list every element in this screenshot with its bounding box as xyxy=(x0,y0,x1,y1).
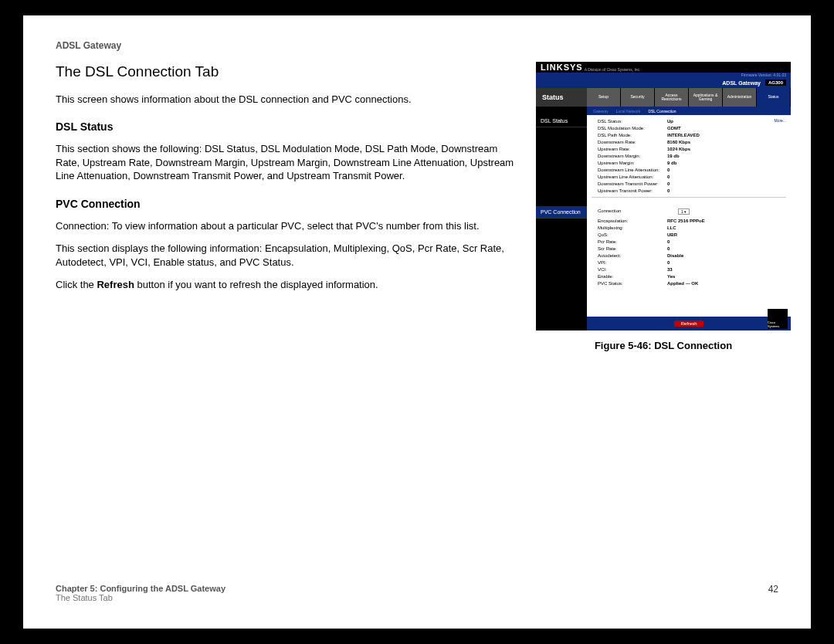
dsl-status-value: 0 xyxy=(667,168,670,172)
pvc-connection-value: UBR xyxy=(667,232,677,237)
pvc-connection-row: QoS:UBR xyxy=(587,232,791,239)
pvc-connection-key: Encapsulation: xyxy=(598,219,667,223)
dsl-status-key: Upstream Rate: xyxy=(598,147,667,151)
refresh-post: button if you want to refresh the displa… xyxy=(134,279,378,290)
device-type: ADSL Gateway xyxy=(722,80,761,86)
pvc-connection-row: Autodetect:Disable xyxy=(587,253,791,259)
pvc-connection-value: Yes xyxy=(667,274,675,279)
dsl-status-row: DSL Modulation Mode:GDMT xyxy=(587,124,791,131)
pvc-connection-value: Disable xyxy=(667,253,683,258)
dsl-status-value: GDMT xyxy=(667,126,681,130)
pvc-connection-key: Multiplexing: xyxy=(598,225,667,230)
pvc-connection-key: Enable: xyxy=(598,274,667,279)
tab-status[interactable]: Status xyxy=(757,88,791,107)
paragraph-pvc-2: This section displays the following info… xyxy=(56,242,515,269)
refresh-pre: Click the xyxy=(56,279,97,290)
tab-administration[interactable]: Administration xyxy=(723,88,757,107)
pvc-connection-key: Autodetect: xyxy=(598,253,667,258)
dsl-status-row: Downstream Margin:19 db xyxy=(587,152,791,159)
pvc-connection-row: Pcr Rate:0 xyxy=(587,239,791,246)
dsl-status-value: 0 xyxy=(667,188,670,193)
model-badge: AG300 xyxy=(765,80,786,86)
dsl-status-value: 8160 Kbps xyxy=(667,140,690,144)
page-title: The DSL Connection Tab xyxy=(56,62,515,82)
pvc-connection-value: 0 xyxy=(667,239,670,244)
main-column: The DSL Connection Tab This screen shows… xyxy=(56,62,515,301)
connection-label: Connection xyxy=(598,208,667,215)
dsl-status-key: Upstream Transmit Power: xyxy=(598,188,667,193)
dsl-status-key: DSL Path Mode: xyxy=(598,133,667,137)
brand-logo: LINKSYS xyxy=(541,63,583,72)
pvc-connection-value: 33 xyxy=(667,267,673,272)
dsl-status-row: DSL Status:Up xyxy=(587,117,791,124)
intro-paragraph: This screen shows information about the … xyxy=(56,93,515,107)
subtab-local-network[interactable]: Local Network xyxy=(616,109,641,114)
dsl-status-value: 9 db xyxy=(667,161,676,165)
dsl-status-row: Upstream Line Attenuation:0 xyxy=(587,173,791,180)
pvc-connection-row: Scr Rate:0 xyxy=(587,246,791,253)
heading-dsl-status: DSL Status xyxy=(56,120,515,134)
connection-select[interactable]: 1 ▾ xyxy=(678,208,690,215)
refresh-button[interactable]: Refresh xyxy=(674,320,703,327)
dsl-status-value: INTERLEAVED xyxy=(667,133,700,137)
tab-security[interactable]: Security xyxy=(621,88,655,107)
page-footer: Chapter 5: Configuring the ADSL Gateway … xyxy=(56,584,778,602)
pvc-connection-key: VCI: xyxy=(598,267,667,272)
paragraph-refresh: Click the Refresh button if you want to … xyxy=(56,278,515,292)
main-tabs: Setup Security Access Restrictions Appli… xyxy=(587,88,791,107)
pvc-connection-row: VPI:0 xyxy=(587,259,791,266)
dsl-status-value: 0 xyxy=(667,175,670,179)
pvc-connection-key: PVC Status: xyxy=(598,281,667,286)
dsl-status-key: Downstream Margin: xyxy=(598,154,667,158)
dsl-status-value: Up xyxy=(667,119,673,124)
heading-pvc-connection: PVC Connection xyxy=(56,197,515,212)
pvc-connection-key: QoS: xyxy=(598,232,667,237)
tab-access-restrictions[interactable]: Access Restrictions xyxy=(655,88,689,107)
dsl-status-row: Downstream Line Attenuation:0 xyxy=(587,166,791,173)
dsl-status-key: Upstream Line Attenuation: xyxy=(598,175,667,179)
pvc-connection-row: VCI:33 xyxy=(587,266,791,273)
dsl-status-key: Upstream Margin: xyxy=(598,161,667,165)
more-link[interactable]: More... xyxy=(774,118,786,123)
dsl-status-row: Downstream Transmit Power:0 xyxy=(587,180,791,187)
dsl-status-value: 19 db xyxy=(667,154,680,158)
pvc-connection-key: Pcr Rate: xyxy=(598,239,667,244)
dsl-status-row: DSL Path Mode:INTERLEAVED xyxy=(587,131,791,138)
dsl-status-key: Downstream Line Attenuation: xyxy=(598,168,667,172)
pvc-connection-key: VPI: xyxy=(598,260,667,265)
dsl-status-value: 0 xyxy=(667,181,670,186)
tab-applications-gaming[interactable]: Applications & Gaming xyxy=(689,88,723,107)
pvc-connection-value: 0 xyxy=(667,246,670,251)
page-number: 42 xyxy=(768,584,778,602)
dsl-status-key: Downstream Rate: xyxy=(598,140,667,144)
brand-subtitle: A Division of Cisco Systems, Inc. xyxy=(585,67,641,73)
dsl-status-key: DSL Modulation Mode: xyxy=(598,126,667,130)
refresh-bold: Refresh xyxy=(97,279,134,290)
pvc-connection-row: Enable:Yes xyxy=(587,273,791,280)
doc-header: ADSL Gateway xyxy=(56,40,121,51)
dsl-status-row: Upstream Rate:1024 Kbps xyxy=(587,145,791,152)
paragraph-dsl-status: This section shows the following: DSL St… xyxy=(56,142,515,183)
pvc-connection-value: RFC 2516 PPPoE xyxy=(667,219,705,223)
dsl-status-key: Downstream Transmit Power: xyxy=(598,181,667,186)
tab-setup[interactable]: Setup xyxy=(587,88,621,107)
pvc-connection-key: Scr Rate: xyxy=(598,246,667,251)
section-label-dsl-status: DSL Status xyxy=(536,115,587,127)
figure-screenshot: LINKSYS A Division of Cisco Systems, Inc… xyxy=(536,62,791,334)
figure-caption: Figure 5-46: DSL Connection xyxy=(536,340,791,351)
dsl-status-row: Upstream Margin:9 db xyxy=(587,159,791,166)
subtab-gateway[interactable]: Gateway xyxy=(593,109,609,114)
cisco-logo: Cisco Systems xyxy=(768,309,788,329)
subtab-dsl-connection[interactable]: DSL Connection xyxy=(648,109,676,114)
pvc-connection-value: LLC xyxy=(667,225,676,230)
dsl-status-value: 1024 Kbps xyxy=(667,147,690,151)
pvc-connection-row: PVC Status:Applied --- OK xyxy=(587,280,791,287)
footer-chapter: Chapter 5: Configuring the ADSL Gateway xyxy=(56,584,225,593)
dsl-status-row: Upstream Transmit Power:0 xyxy=(587,187,791,194)
sidebar-title: Status xyxy=(536,88,587,107)
pvc-connection-row: Multiplexing:LLC xyxy=(587,225,791,232)
section-label-pvc-connection: PVC Connection xyxy=(536,206,587,219)
pvc-connection-value: 0 xyxy=(667,260,670,265)
paragraph-pvc-1: Connection: To view information about a … xyxy=(56,219,515,233)
pvc-connection-row: Encapsulation:RFC 2516 PPPoE xyxy=(587,218,791,225)
